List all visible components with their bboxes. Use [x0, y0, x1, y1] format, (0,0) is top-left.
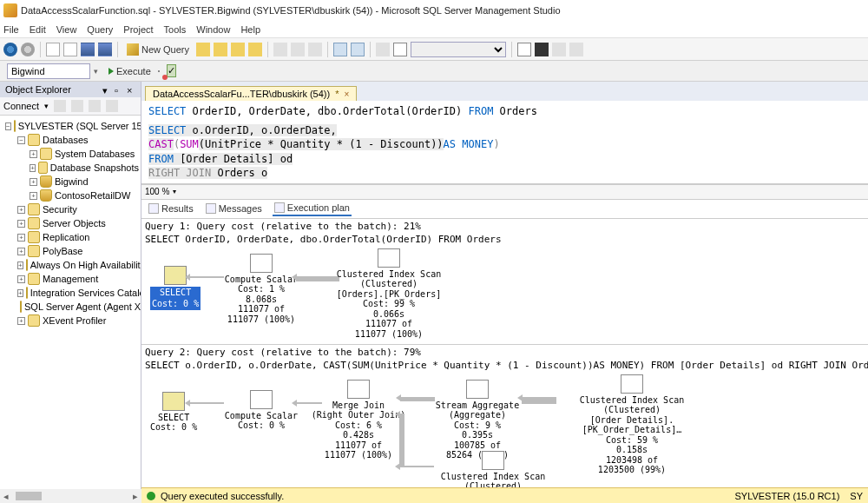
- redo-icon[interactable]: [351, 43, 365, 56]
- menu-help[interactable]: Help: [240, 24, 260, 35]
- cut-icon[interactable]: [273, 43, 287, 56]
- tab-results[interactable]: Results: [147, 202, 195, 215]
- toolbar-sql: ▾ Execute ✓: [0, 61, 868, 82]
- menu-project[interactable]: Project: [123, 24, 153, 35]
- dropdown-icon[interactable]: ▾: [102, 85, 111, 94]
- tree-isc[interactable]: +Integration Services Catalogs: [2, 286, 139, 300]
- menu-file[interactable]: File: [3, 24, 19, 35]
- compute-scalar-icon: [250, 390, 273, 409]
- tree-security[interactable]: +Security: [2, 202, 139, 216]
- plan-icon: [274, 202, 285, 213]
- nav-fwd-icon[interactable]: [21, 43, 35, 56]
- tb-icon-2[interactable]: [214, 43, 227, 56]
- q2-select-node[interactable]: SELECT Cost: 0 %: [150, 392, 197, 433]
- tree-server[interactable]: −SYLVESTER (SQL Server 15.0.1900.25 - S: [2, 119, 139, 133]
- tab-close-icon[interactable]: ×: [344, 89, 349, 99]
- new-icon[interactable]: [46, 43, 60, 56]
- parse-icon[interactable]: ✓: [167, 64, 176, 77]
- document-tabs: DataAccessScalarFu...TER\dbuskirk (54)) …: [141, 82, 868, 101]
- database-combo[interactable]: [7, 63, 90, 79]
- grid-icon: [148, 203, 159, 214]
- q1-compute-node[interactable]: Compute Scalar Cost: 1 % 8.068s 111077 o…: [218, 254, 305, 325]
- connect-toolbar: Connect▾: [0, 97, 141, 116]
- tree-databases[interactable]: −Databases: [2, 133, 139, 147]
- nav-back-icon[interactable]: [3, 43, 17, 56]
- execution-plan-pane[interactable]: Query 1: Query cost (relative to the bat…: [141, 219, 868, 503]
- menu-window[interactable]: Window: [196, 24, 230, 35]
- query1-header: Query 1: Query cost (relative to the bat…: [141, 219, 868, 234]
- tree-polybase[interactable]: +PolyBase: [2, 244, 139, 258]
- menu-tools[interactable]: Tools: [164, 24, 187, 35]
- tb-r1-icon[interactable]: [517, 43, 531, 56]
- tree-sysdb[interactable]: +System Databases: [2, 147, 139, 161]
- merge-join-icon: [347, 380, 370, 399]
- menu-query[interactable]: Query: [87, 24, 113, 35]
- undo-icon[interactable]: [333, 43, 347, 56]
- tree-repl[interactable]: +Replication: [2, 230, 139, 244]
- paste-icon[interactable]: [308, 43, 322, 56]
- sql-editor[interactable]: SELECT OrderID, OrderDate, dbo.OrderTota…: [141, 101, 868, 184]
- index-scan-icon: [378, 248, 400, 268]
- status-user: SY: [850, 491, 863, 501]
- select-icon: [162, 392, 185, 411]
- solution-combo[interactable]: [411, 42, 506, 57]
- conn-icon-4[interactable]: [106, 100, 118, 112]
- conn-icon-3[interactable]: [89, 100, 101, 112]
- object-explorer: Object Explorer ▾▫× Connect▾ −SYLVESTER …: [0, 82, 141, 503]
- compute-scalar-icon: [250, 254, 273, 273]
- save-icon[interactable]: [81, 43, 95, 56]
- pin-icon[interactable]: ▫: [115, 85, 123, 94]
- play-icon: [108, 68, 114, 75]
- tree-aoha[interactable]: +Always On High Availability: [2, 258, 139, 272]
- tree-xevent[interactable]: +XEvent Profiler: [2, 314, 139, 328]
- object-explorer-title: Object Explorer ▾▫×: [0, 82, 141, 97]
- tb-icon-3[interactable]: [231, 43, 245, 56]
- tree-mgmt[interactable]: +Management: [2, 272, 139, 286]
- copy-icon[interactable]: [291, 43, 305, 56]
- query2-diagram: SELECT Cost: 0 % Compute Scalar Cost: 0 …: [141, 374, 868, 503]
- menu-view[interactable]: View: [56, 24, 77, 35]
- tb-misc-icon[interactable]: [376, 43, 390, 56]
- close-icon[interactable]: ×: [127, 85, 135, 94]
- tree-servobj[interactable]: +Server Objects: [2, 216, 139, 230]
- tab-active[interactable]: DataAccessScalarFu...TER\dbuskirk (54)) …: [145, 86, 357, 101]
- q2-merge-node[interactable]: Merge Join (Right Outer Join) Cost: 6 % …: [311, 380, 406, 460]
- select-icon: [164, 266, 187, 285]
- q2-agg-node[interactable]: Stream Aggregate (Aggregate) Cost: 9 % 0…: [430, 380, 525, 460]
- tb-icon-1[interactable]: [196, 43, 210, 56]
- query2-header: Query 2: Query cost (relative to the bat…: [141, 345, 868, 360]
- execute-button[interactable]: Execute: [105, 65, 155, 77]
- menu-bar: File Edit View Query Project Tools Windo…: [0, 21, 868, 38]
- q1-select-node[interactable]: SELECT Cost: 0 %: [150, 266, 201, 310]
- tb-r4-icon[interactable]: [569, 43, 583, 56]
- tree: −SYLVESTER (SQL Server 15.0.1900.25 - S …: [0, 116, 141, 331]
- query1-sql: SELECT OrderID, OrderDate, dbo.OrderTota…: [141, 234, 868, 248]
- query2-sql: SELECT o.OrderID, o.OrderDate, CAST(SUM(…: [141, 360, 868, 374]
- conn-icon-2[interactable]: [71, 100, 83, 112]
- tree-agent[interactable]: SQL Server Agent (Agent XPs disabl: [2, 300, 139, 314]
- tb-r2-icon[interactable]: [535, 43, 549, 56]
- q1-scan-node[interactable]: Clustered Index Scan (Clustered) [Orders…: [315, 248, 463, 340]
- new-query-button[interactable]: New Query: [123, 43, 193, 56]
- tab-messages[interactable]: Messages: [204, 202, 264, 215]
- toolbar-main: New Query: [0, 38, 868, 61]
- menu-edit[interactable]: Edit: [30, 24, 46, 35]
- tb-icon-4[interactable]: [248, 43, 262, 56]
- editor-area: DataAccessScalarFu...TER\dbuskirk (54)) …: [141, 82, 868, 503]
- index-scan-icon: [621, 374, 643, 394]
- tree-bigwind[interactable]: +Bigwind: [2, 175, 139, 189]
- tab-execution-plan[interactable]: Execution plan: [273, 201, 352, 216]
- saveall-icon[interactable]: [98, 43, 112, 56]
- tb-misc2-icon[interactable]: [393, 43, 407, 56]
- connect-label[interactable]: Connect: [3, 101, 39, 111]
- tree-dbsnap[interactable]: +Database Snapshots: [2, 161, 139, 175]
- status-ok-icon: [147, 492, 155, 500]
- objexp-scrollbar[interactable]: ◂▸: [0, 489, 141, 503]
- conn-icon-1[interactable]: [54, 100, 66, 112]
- q2-scan-od-node[interactable]: Clustered Index Scan (Clustered) [Order …: [549, 374, 714, 475]
- zoom-bar[interactable]: 100 %▾: [141, 184, 868, 200]
- tree-contoso[interactable]: +ContosoRetailDW: [2, 189, 139, 202]
- open-icon[interactable]: [63, 43, 77, 56]
- tb-r3-icon[interactable]: [552, 43, 566, 56]
- q2-compute-node[interactable]: Compute Scalar Cost: 0 %: [218, 390, 305, 431]
